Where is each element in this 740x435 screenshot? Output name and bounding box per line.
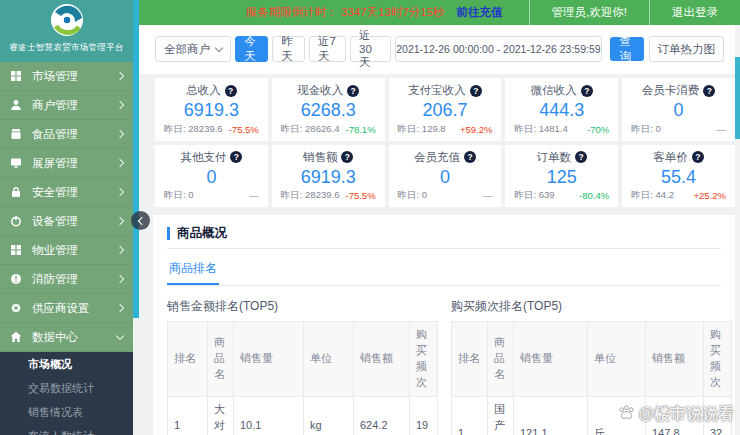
topbar: 服务期限倒计时： 3347天13时7分15秒 前往充值 管理员,欢迎你! 退出登… bbox=[139, 0, 740, 25]
sidebar-item-supplier[interactable]: 供应商设置 bbox=[0, 294, 133, 323]
alert-icon bbox=[10, 273, 24, 285]
submenu-item-visitor-stats[interactable]: 客流人数统计 bbox=[0, 424, 133, 435]
help-icon[interactable]: ? bbox=[692, 151, 704, 163]
sidebar-item-datacenter[interactable]: 数据中心 bbox=[0, 323, 133, 352]
help-icon[interactable]: ? bbox=[341, 151, 353, 163]
section-accent-bar bbox=[167, 227, 170, 240]
stat-prev: 昨日: 28239.6 bbox=[281, 189, 340, 202]
chevron-down-icon bbox=[116, 331, 124, 339]
app-logo-icon bbox=[49, 24, 85, 41]
section-title: 商品概况 bbox=[177, 225, 227, 242]
chevron-right-icon bbox=[116, 246, 124, 254]
stat-delta: +25.2% bbox=[694, 190, 727, 201]
help-icon[interactable]: ? bbox=[230, 151, 242, 163]
help-icon[interactable]: ? bbox=[575, 151, 587, 163]
logout-button[interactable]: 退出登录 bbox=[649, 0, 740, 25]
stat-card-alipay-income: 支付宝收入? 206.7 昨日: 129.8+59.2% bbox=[389, 78, 502, 141]
sidebar-item-merchant[interactable]: 商户管理 bbox=[0, 91, 133, 120]
table-header-row: 排名 商品名 销售量 单位 销售额 购买频次 bbox=[168, 322, 438, 397]
stat-delta: -75.5% bbox=[229, 124, 259, 135]
sidebar-item-market[interactable]: 市场管理 bbox=[0, 62, 133, 91]
date-range-input[interactable]: 2021-12-26 00:00:00 - 2021-12-26 23:59:5… bbox=[395, 36, 601, 62]
stat-delta: -78.1% bbox=[345, 124, 375, 135]
table-title: 销售金额排名(TOP5) bbox=[167, 298, 437, 315]
sidebar-item-device[interactable]: 设备管理 bbox=[0, 207, 133, 236]
stat-prev: 昨日: 0 bbox=[398, 189, 428, 202]
tab-product-ranking[interactable]: 商品排名 bbox=[167, 257, 219, 285]
stat-card-avg-order-value: 客单价? 55.4 昨日: 44.2+25.2% bbox=[622, 145, 735, 208]
stat-prev: 昨日: 44.2 bbox=[631, 189, 674, 202]
chevron-right-icon bbox=[116, 101, 124, 109]
platform-name: 睿途士智慧农贸市场管理平台 bbox=[0, 42, 133, 54]
stat-prev: 昨日: 0 bbox=[164, 189, 194, 202]
chevron-right-icon bbox=[116, 275, 124, 283]
help-icon[interactable]: ? bbox=[347, 85, 359, 97]
stat-value: 444.3 bbox=[511, 100, 612, 121]
stat-delta: -70% bbox=[587, 124, 609, 135]
stat-value: 0 bbox=[628, 100, 729, 121]
stat-value: 6268.3 bbox=[278, 100, 379, 121]
welcome-text: 管理员,欢迎你! bbox=[529, 0, 649, 25]
chevron-left-icon bbox=[137, 216, 145, 224]
stat-prev: 昨日: 129.8 bbox=[398, 123, 446, 136]
submenu-item-market-overview[interactable]: 市场概况 bbox=[0, 352, 133, 376]
recharge-link[interactable]: 前往充值 bbox=[457, 5, 503, 20]
help-icon[interactable]: ? bbox=[464, 151, 476, 163]
sidebar-collapse-button[interactable] bbox=[131, 211, 150, 230]
help-icon[interactable]: ? bbox=[470, 85, 482, 97]
chevron-right-icon bbox=[116, 304, 124, 312]
stat-prev: 昨日: 28626.4 bbox=[281, 123, 340, 136]
stat-value: 6919.3 bbox=[161, 100, 262, 121]
stat-card-cash-income: 现金收入? 6268.3 昨日: 28626.4-78.1% bbox=[272, 78, 385, 141]
stat-prev: 昨日: 28239.6 bbox=[164, 123, 223, 136]
chevron-right-icon bbox=[116, 217, 124, 225]
tab-row: 商品排名 bbox=[167, 257, 721, 286]
stat-card-total-income: 总收入? 6919.3 昨日: 28239.6-75.5% bbox=[155, 78, 268, 141]
help-icon[interactable]: ? bbox=[581, 85, 593, 97]
stat-delta: +59.2% bbox=[460, 124, 493, 135]
merchant-icon bbox=[10, 99, 24, 111]
sidebar-item-fire[interactable]: 消防管理 bbox=[0, 265, 133, 294]
chevron-down-icon bbox=[215, 44, 223, 52]
stat-delta: — bbox=[483, 190, 493, 201]
stat-value: 125 bbox=[511, 167, 612, 188]
chevron-right-icon bbox=[116, 188, 124, 196]
stat-value: 6919.3 bbox=[278, 167, 379, 188]
table-header-row: 排名 商品名 销售量 单位 销售额 购买频次 bbox=[452, 322, 732, 397]
stat-card-membercard-spend: 会员卡消费? 0 昨日: 0— bbox=[622, 78, 735, 141]
merchant-select[interactable]: 全部商户 bbox=[155, 36, 231, 62]
stat-value: 55.4 bbox=[628, 167, 729, 188]
range-button-yesterday[interactable]: 昨天 bbox=[272, 36, 305, 62]
stat-delta: -75.5% bbox=[345, 190, 375, 201]
sidebar-item-security[interactable]: 安全管理 bbox=[0, 178, 133, 207]
gear-icon bbox=[10, 302, 24, 314]
page-scrollbar[interactable] bbox=[735, 25, 740, 435]
stat-card-member-recharge: 会员充值? 0 昨日: 0— bbox=[389, 145, 502, 208]
section-header: 商品概况 bbox=[167, 225, 721, 249]
range-button-today[interactable]: 今天 bbox=[235, 36, 268, 62]
chevron-right-icon bbox=[116, 159, 124, 167]
filter-bar: 全部商户 今天 昨天 近7天 近30天 2021-12-26 00:00:00 … bbox=[139, 25, 740, 74]
page-scrollbar-thumb[interactable] bbox=[735, 57, 740, 139]
stat-card-sales-amount: 销售额? 6919.3 昨日: 28239.6-75.5% bbox=[272, 145, 385, 208]
sidebar-scrollbar[interactable] bbox=[133, 0, 139, 318]
stat-card-order-count: 订单数? 125 昨日: 639-80.4% bbox=[505, 145, 618, 208]
logo-block: 睿途士智慧农贸市场管理平台 bbox=[0, 0, 133, 62]
sidebar-item-property[interactable]: 物业管理 bbox=[0, 236, 133, 265]
sidebar-item-screen[interactable]: 展屏管理 bbox=[0, 149, 133, 178]
table-row: 1 国产水果 121.1 斤 147.8 32 bbox=[452, 397, 732, 435]
purchase-frequency-ranking-table: 购买频次排名(TOP5) 排名 商品名 销售量 单位 销售额 购买频次 bbox=[451, 294, 721, 435]
submenu-item-trade-stats[interactable]: 交易数据统计 bbox=[0, 376, 133, 400]
help-icon[interactable]: ? bbox=[225, 85, 237, 97]
order-heatmap-button[interactable]: 订单热力图 bbox=[649, 36, 725, 62]
food-icon bbox=[10, 128, 24, 140]
submenu-item-sales-report[interactable]: 销售情况表 bbox=[0, 400, 133, 424]
sidebar-item-food[interactable]: 食品管理 bbox=[0, 120, 133, 149]
range-button-30days[interactable]: 近30天 bbox=[350, 36, 391, 62]
help-icon[interactable]: ? bbox=[703, 85, 715, 97]
stat-value: 0 bbox=[161, 167, 262, 188]
query-button[interactable]: 查询 bbox=[610, 37, 645, 61]
range-button-7days[interactable]: 近7天 bbox=[309, 36, 346, 62]
stat-delta: — bbox=[249, 190, 259, 201]
power-icon bbox=[10, 215, 24, 227]
